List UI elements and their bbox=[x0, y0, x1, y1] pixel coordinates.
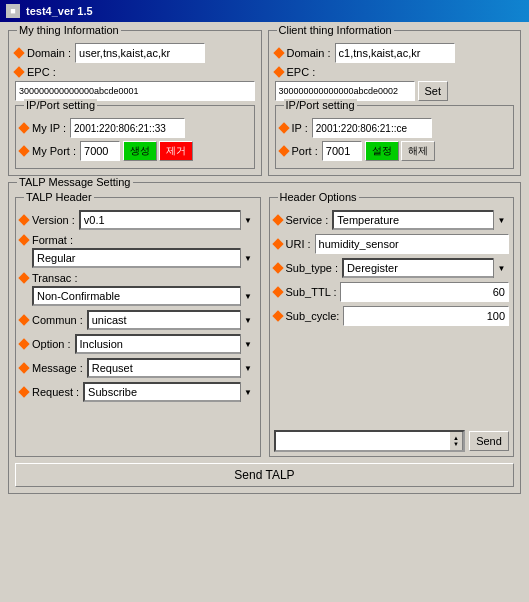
my-thing-epc-label: EPC : bbox=[27, 66, 56, 78]
commun-select[interactable]: unicast bbox=[87, 310, 256, 330]
talp-group: TALP Message Setting TALP Header Version… bbox=[8, 182, 521, 494]
my-port-label: My Port : bbox=[32, 145, 76, 157]
send-talp-button[interactable]: Send TALP bbox=[15, 463, 514, 487]
request-diamond bbox=[18, 386, 29, 397]
talp-group-label: TALP Message Setting bbox=[17, 176, 133, 188]
request-label: Request : bbox=[32, 386, 79, 398]
option-label: Option : bbox=[32, 338, 71, 350]
service-diamond bbox=[272, 214, 283, 225]
sub-ttl-diamond bbox=[272, 286, 283, 297]
sub-cycle-label: Sub_cycle: bbox=[286, 310, 340, 322]
header-options-label: Header Options bbox=[278, 191, 359, 203]
client-thing-diamond bbox=[273, 47, 284, 58]
send-button[interactable]: Send bbox=[469, 431, 509, 451]
version-label: Version : bbox=[32, 214, 75, 226]
disconnect-button[interactable]: 해제 bbox=[401, 141, 435, 161]
format-select[interactable]: Regular bbox=[32, 248, 256, 268]
client-epc-diamond bbox=[273, 66, 284, 77]
message-diamond bbox=[18, 362, 29, 373]
service-label: Service : bbox=[286, 214, 329, 226]
sub-type-label: Sub_type : bbox=[286, 262, 339, 274]
sub-ttl-input[interactable] bbox=[340, 282, 509, 302]
version-select[interactable]: v0.1 bbox=[79, 210, 256, 230]
client-port-diamond bbox=[278, 145, 289, 156]
client-domain-input[interactable] bbox=[335, 43, 455, 63]
my-thing-diamond bbox=[13, 47, 24, 58]
request-select[interactable]: Subscribe bbox=[83, 382, 255, 402]
window-title: test4_ver 1.5 bbox=[26, 5, 93, 17]
set-button[interactable]: Set bbox=[418, 81, 449, 101]
format-diamond bbox=[18, 234, 29, 245]
talp-header-group: TALP Header Version : v0.1 ▼ Format : bbox=[15, 197, 261, 457]
transac-select[interactable]: Non-Confirmable bbox=[32, 286, 256, 306]
version-diamond bbox=[18, 214, 29, 225]
client-port-input[interactable] bbox=[322, 141, 362, 161]
connect-button[interactable]: 설정 bbox=[365, 141, 399, 161]
title-bar-icon: ■ bbox=[6, 4, 20, 18]
my-thing-group: My thing Information Domain : EPC : IP/P… bbox=[8, 30, 262, 176]
commun-label: Commun : bbox=[32, 314, 83, 326]
generate-button[interactable]: 생성 bbox=[123, 141, 157, 161]
my-thing-domain-input[interactable] bbox=[75, 43, 205, 63]
client-port-label: Port : bbox=[292, 145, 318, 157]
option-select[interactable]: Inclusion bbox=[75, 334, 256, 354]
client-ip-input[interactable] bbox=[312, 118, 432, 138]
my-ip-label: My IP : bbox=[32, 122, 66, 134]
send-spinner-up[interactable]: ▲ ▼ bbox=[449, 432, 463, 450]
my-port-input[interactable] bbox=[80, 141, 120, 161]
client-thing-group: Client thing Information Domain : EPC : … bbox=[268, 30, 522, 176]
sub-cycle-diamond bbox=[272, 310, 283, 321]
service-select[interactable]: Temperature bbox=[332, 210, 509, 230]
talp-header-label: TALP Header bbox=[24, 191, 94, 203]
option-diamond bbox=[18, 338, 29, 349]
my-port-diamond bbox=[18, 145, 29, 156]
sub-ttl-label: Sub_TTL : bbox=[286, 286, 337, 298]
uri-diamond bbox=[272, 238, 283, 249]
client-ip-group-label: IP/Port setting bbox=[284, 99, 357, 111]
commun-diamond bbox=[18, 314, 29, 325]
uri-label: URI : bbox=[286, 238, 311, 250]
header-options-group: Header Options Service : Temperature ▼ bbox=[269, 197, 515, 457]
client-ip-label: IP : bbox=[292, 122, 308, 134]
my-ip-input[interactable] bbox=[70, 118, 185, 138]
my-ip-group-label: IP/Port setting bbox=[24, 99, 97, 111]
client-epc-label: EPC : bbox=[287, 66, 316, 78]
client-ip-diamond bbox=[278, 122, 289, 133]
transac-diamond bbox=[18, 272, 29, 283]
client-epc-input[interactable] bbox=[275, 81, 415, 101]
client-thing-group-label: Client thing Information bbox=[277, 24, 394, 36]
client-domain-label: Domain : bbox=[287, 47, 331, 59]
sub-type-select[interactable]: Deregister bbox=[342, 258, 509, 278]
message-select[interactable]: Requset bbox=[87, 358, 256, 378]
my-thing-epc-input[interactable] bbox=[15, 81, 255, 101]
my-thing-domain-label: Domain : bbox=[27, 47, 71, 59]
uri-input[interactable] bbox=[315, 234, 509, 254]
remove-button[interactable]: 제거 bbox=[159, 141, 193, 161]
format-label: Format : bbox=[32, 234, 73, 246]
sub-type-diamond bbox=[272, 262, 283, 273]
message-label: Message : bbox=[32, 362, 83, 374]
title-bar: ■ test4_ver 1.5 bbox=[0, 0, 529, 22]
sub-cycle-input[interactable] bbox=[343, 306, 509, 326]
my-thing-epc-diamond bbox=[13, 66, 24, 77]
transac-label: Transac : bbox=[32, 272, 77, 284]
my-thing-group-label: My thing Information bbox=[17, 24, 121, 36]
my-ip-diamond bbox=[18, 122, 29, 133]
